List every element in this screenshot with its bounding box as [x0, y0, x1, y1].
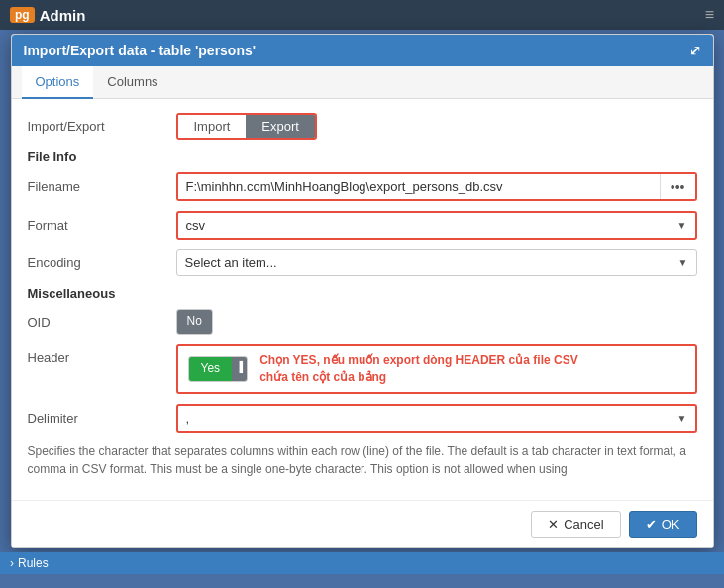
import-export-controls: Import Export: [176, 113, 697, 140]
bottom-bar-label: Rules: [18, 556, 49, 570]
export-btn[interactable]: Export: [246, 115, 315, 138]
encoding-select[interactable]: Select an item...: [177, 250, 671, 275]
header-yes-btn[interactable]: Yes: [189, 357, 233, 381]
header-wrap: Yes ▐ Chọn YES, nếu muốn export dòng HEA…: [176, 344, 697, 394]
tab-options[interactable]: Options: [22, 66, 94, 99]
cancel-label: Cancel: [564, 517, 603, 532]
browse-btn[interactable]: •••: [660, 174, 695, 199]
header-toggle: Yes ▐: [188, 356, 249, 382]
bottom-bar: › Rules: [0, 552, 724, 574]
format-wrap: csv text binary ▼: [176, 211, 697, 240]
import-export-row: Import/Export Import Export: [28, 113, 697, 140]
filename-label: Filename: [28, 179, 176, 194]
encoding-label: Encoding: [28, 255, 176, 270]
encoding-wrap: Select an item... ▼: [176, 249, 697, 276]
tabs: Options Columns: [12, 66, 713, 99]
format-select-wrap: csv text binary ▼: [176, 211, 697, 240]
delimiter-row: Delimiter ▼: [28, 404, 697, 433]
encoding-row: Encoding Select an item... ▼: [28, 249, 697, 276]
title-bar: pg Admin ≡: [0, 0, 724, 30]
dialog-footer: ✕ Cancel ✔ OK: [12, 500, 713, 547]
oid-row: OID No: [28, 309, 697, 335]
dialog: Import/Export data - table 'persons' ⤢ O…: [11, 34, 714, 548]
header-no-btn[interactable]: ▐: [232, 357, 247, 381]
filename-input-group: •••: [176, 172, 697, 201]
format-row: Format csv text binary ▼: [28, 211, 697, 240]
header-box: Yes ▐ Chọn YES, nếu muốn export dòng HEA…: [176, 344, 697, 394]
expand-icon[interactable]: ⤢: [689, 43, 701, 58]
misc-heading: Miscellaneous: [28, 286, 697, 301]
oid-wrap: No: [176, 309, 697, 335]
oid-no-btn[interactable]: No: [177, 310, 212, 334]
filename-wrap: •••: [176, 172, 697, 201]
description-text: Specifies the character that separates c…: [28, 442, 697, 478]
header-label: Header: [28, 344, 176, 365]
import-btn[interactable]: Import: [178, 115, 247, 138]
menu-icon[interactable]: ≡: [705, 6, 714, 24]
dialog-title: Import/Export data - table 'persons': [24, 43, 257, 58]
format-select[interactable]: csv text binary: [178, 213, 670, 238]
oid-toggle: No: [176, 309, 213, 335]
header-annotation: Chọn YES, nếu muốn export dòng HEADER củ…: [259, 352, 577, 386]
delimiter-wrap: ▼: [176, 404, 697, 433]
dialog-header: Import/Export data - table 'persons' ⤢: [12, 35, 713, 66]
pg-icon: pg: [10, 7, 35, 23]
format-label: Format: [28, 218, 176, 233]
oid-label: OID: [28, 315, 176, 330]
delimiter-caret: ▼: [670, 413, 695, 424]
ok-label: OK: [662, 517, 680, 532]
ok-button[interactable]: ✔ OK: [629, 511, 697, 538]
delimiter-input[interactable]: [178, 406, 670, 431]
chevron-icon: ›: [10, 556, 14, 570]
delimiter-select-wrap: ▼: [176, 404, 697, 433]
delimiter-label: Delimiter: [28, 411, 176, 426]
cancel-button[interactable]: ✕ Cancel: [531, 511, 620, 538]
ok-icon: ✔: [646, 517, 657, 532]
cancel-icon: ✕: [548, 517, 559, 532]
filename-input[interactable]: [178, 174, 660, 199]
bottom-bar-rules[interactable]: › Rules: [10, 556, 49, 570]
tab-columns[interactable]: Columns: [93, 66, 171, 99]
encoding-select-wrap: Select an item... ▼: [176, 249, 697, 276]
encoding-caret: ▼: [671, 257, 696, 268]
import-export-toggle: Import Export: [176, 113, 317, 140]
header-row: Header Yes ▐ Chọn YES, nếu muốn export d…: [28, 344, 697, 394]
dialog-body: Import/Export Import Export File Info Fi…: [12, 99, 713, 500]
app-name: Admin: [40, 7, 86, 24]
file-info-heading: File Info: [28, 149, 697, 164]
import-export-label: Import/Export: [28, 119, 176, 134]
format-caret: ▼: [670, 220, 695, 231]
filename-row: Filename •••: [28, 172, 697, 201]
